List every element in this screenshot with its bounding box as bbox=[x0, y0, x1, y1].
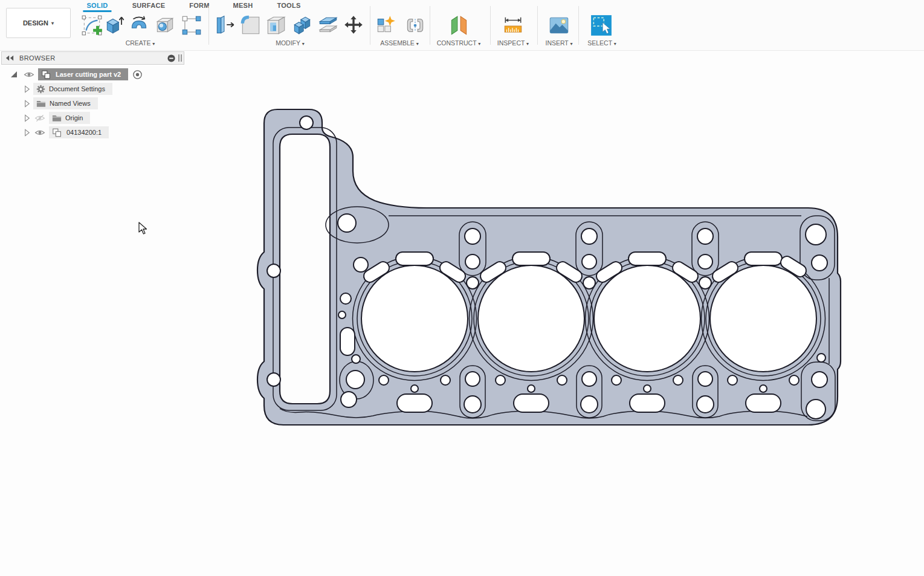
create-group-dropdown[interactable]: CREATE ▾ bbox=[126, 39, 155, 47]
move-copy-button[interactable] bbox=[342, 13, 365, 37]
visibility-eye-off-icon[interactable] bbox=[34, 114, 45, 122]
construct-group-dropdown[interactable]: CONSTRUCT ▾ bbox=[437, 39, 481, 47]
group-separator bbox=[537, 6, 538, 45]
fusion360-window: DESIGN ▾ SOLID SURFACE FORM MESH TOOLS bbox=[0, 0, 924, 576]
inspect-group-dropdown[interactable]: INSPECT ▾ bbox=[497, 39, 529, 47]
insert-image-icon bbox=[548, 13, 570, 37]
select-tool-button[interactable] bbox=[590, 13, 613, 37]
tab-tools[interactable]: TOOLS bbox=[273, 1, 304, 10]
assemble-group-label: ASSEMBLE bbox=[380, 39, 415, 47]
select-group-label: SELECT bbox=[587, 39, 612, 47]
revolve-icon bbox=[128, 13, 150, 37]
construct-group-label: CONSTRUCT bbox=[437, 39, 477, 47]
combine-button[interactable] bbox=[291, 13, 314, 37]
split-body-button[interactable] bbox=[317, 13, 340, 37]
expand-closed-icon[interactable] bbox=[23, 128, 31, 137]
construct-plane-button[interactable] bbox=[448, 13, 471, 37]
design-menu-label: DESIGN bbox=[23, 19, 48, 27]
browser-row-component-instance: 04134200:1 bbox=[23, 126, 109, 139]
document-settings-item[interactable]: Document Settings bbox=[33, 83, 112, 95]
named-views-label: Named Views bbox=[50, 100, 91, 107]
inspect-group-label: INSPECT bbox=[497, 39, 525, 47]
fillet-icon bbox=[239, 13, 262, 37]
folder-icon bbox=[36, 100, 46, 108]
hole-icon bbox=[153, 13, 176, 37]
browser-row-root: Laser cutting part v2 bbox=[10, 68, 143, 81]
create-sketch-button[interactable] bbox=[80, 13, 103, 37]
chevron-down-icon: ▾ bbox=[51, 21, 54, 26]
gasket-part[interactable] bbox=[257, 109, 841, 425]
move-copy-icon bbox=[342, 13, 365, 37]
create-sketch-icon bbox=[80, 13, 103, 37]
measure-button[interactable] bbox=[502, 13, 525, 37]
combine-icon bbox=[291, 13, 314, 37]
group-separator bbox=[430, 6, 430, 45]
browser-row-named-views: Named Views bbox=[23, 97, 98, 110]
group-separator bbox=[370, 6, 370, 45]
modify-group-dropdown[interactable]: MODIFY ▾ bbox=[276, 39, 305, 47]
fillet-button[interactable] bbox=[239, 13, 262, 37]
measure-icon bbox=[502, 13, 525, 37]
select-group-dropdown[interactable]: SELECT ▾ bbox=[587, 39, 616, 47]
press-pull-icon bbox=[213, 13, 236, 37]
remove-filter-icon[interactable] bbox=[167, 54, 176, 63]
design-menu-button[interactable]: DESIGN ▾ bbox=[6, 8, 71, 38]
insert-image-button[interactable] bbox=[548, 13, 570, 37]
tab-surface[interactable]: SURFACE bbox=[129, 1, 169, 10]
chevron-down-icon: ▾ bbox=[478, 41, 480, 47]
new-component-button[interactable] bbox=[375, 13, 398, 37]
activate-component-radio[interactable] bbox=[132, 70, 143, 80]
extrude-icon bbox=[103, 13, 126, 37]
tab-solid[interactable]: SOLID bbox=[83, 1, 111, 12]
expand-closed-icon[interactable] bbox=[23, 114, 31, 122]
joint-button[interactable] bbox=[404, 13, 427, 37]
expand-closed-icon[interactable] bbox=[23, 99, 31, 108]
component-instance-label: 04134200:1 bbox=[66, 129, 102, 136]
extrude-button[interactable] bbox=[103, 13, 126, 37]
create-group-label: CREATE bbox=[126, 39, 151, 47]
mouse-cursor bbox=[138, 222, 148, 235]
press-pull-button[interactable] bbox=[213, 13, 236, 37]
component-icon bbox=[52, 128, 63, 138]
hole-button[interactable] bbox=[153, 13, 176, 37]
browser-row-document-settings: Document Settings bbox=[23, 82, 112, 95]
group-separator bbox=[208, 6, 209, 45]
origin-label: Origin bbox=[65, 114, 83, 121]
expand-open-icon[interactable] bbox=[10, 70, 18, 79]
collapse-panel-button[interactable] bbox=[5, 55, 14, 61]
root-component-item[interactable]: Laser cutting part v2 bbox=[38, 68, 128, 80]
visibility-eye-icon[interactable] bbox=[34, 129, 45, 137]
insert-group-label: INSERT bbox=[545, 39, 568, 47]
insert-group-dropdown[interactable]: INSERT ▾ bbox=[545, 39, 572, 47]
tab-mesh[interactable]: MESH bbox=[230, 1, 257, 10]
construct-plane-icon bbox=[448, 13, 471, 37]
group-separator bbox=[578, 6, 579, 45]
chevron-down-icon: ▾ bbox=[526, 41, 529, 47]
named-views-item[interactable]: Named Views bbox=[33, 97, 98, 109]
panel-drag-grip[interactable] bbox=[178, 54, 182, 62]
chevron-down-icon: ▾ bbox=[152, 41, 155, 47]
browser-panel-header: BROWSER bbox=[1, 51, 184, 65]
joint-icon bbox=[404, 13, 427, 37]
shell-button[interactable] bbox=[265, 13, 288, 37]
visibility-eye-icon[interactable] bbox=[24, 71, 34, 79]
root-component-label: Laser cutting part v2 bbox=[56, 71, 121, 78]
shell-icon bbox=[265, 13, 288, 37]
assemble-group-dropdown[interactable]: ASSEMBLE ▾ bbox=[380, 39, 419, 47]
split-body-icon bbox=[317, 13, 340, 37]
chevron-down-icon: ▾ bbox=[614, 41, 616, 47]
select-tool-icon bbox=[590, 13, 613, 37]
chevron-down-icon: ▾ bbox=[570, 41, 573, 47]
chevron-down-icon: ▾ bbox=[416, 41, 419, 47]
expand-closed-icon[interactable] bbox=[23, 85, 31, 93]
component-instance-item[interactable]: 04134200:1 bbox=[49, 126, 109, 138]
design-canvas[interactable] bbox=[254, 100, 849, 432]
document-settings-label: Document Settings bbox=[49, 85, 105, 92]
browser-panel-title: BROWSER bbox=[19, 54, 56, 62]
rectangular-pattern-icon bbox=[180, 13, 203, 37]
revolve-button[interactable] bbox=[128, 13, 150, 37]
rectangular-pattern-button[interactable] bbox=[180, 13, 203, 37]
origin-item[interactable]: Origin bbox=[49, 112, 90, 124]
browser-row-origin: Origin bbox=[23, 111, 90, 125]
chevron-down-icon: ▾ bbox=[302, 41, 305, 47]
